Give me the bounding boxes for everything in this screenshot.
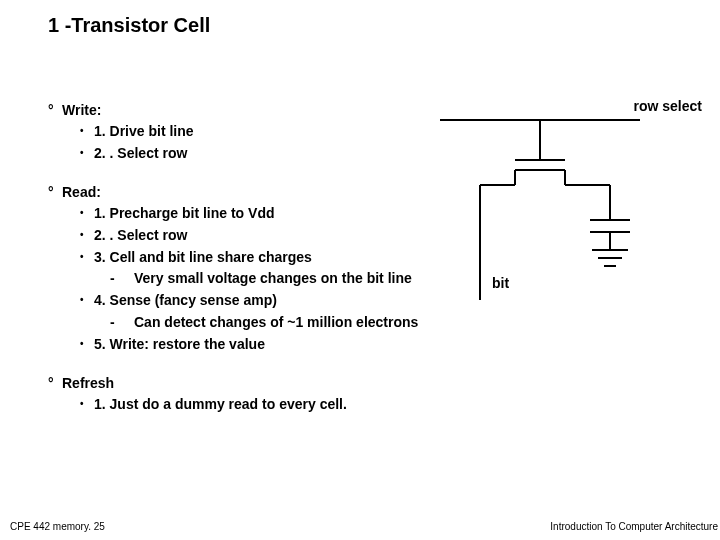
write-section: Write: 1. Drive bit line 2. . Select row [48,100,710,164]
footer-right: Introduction To Computer Architecture [550,521,718,532]
list-item: 3. Cell and bit line share charges [48,247,710,269]
list-item: 4. Sense (fancy sense amp) [48,290,710,312]
list-subitem: Very small voltage changes on the bit li… [48,268,710,290]
read-heading: Read: [48,182,710,203]
refresh-section: Refresh 1. Just do a dummy read to every… [48,373,710,416]
read-section: Read: 1. Precharge bit line to Vdd 2. . … [48,182,710,355]
refresh-heading: Refresh [48,373,710,394]
slide-title: 1 -Transistor Cell [48,14,210,37]
list-item: 2. . Select row [48,225,710,247]
footer-left: CPE 442 memory. 25 [10,521,105,532]
slide-content: Write: 1. Drive bit line 2. . Select row… [48,100,710,434]
list-item: 1. Just do a dummy read to every cell. [48,394,710,416]
list-item: 2. . Select row [48,143,710,165]
write-heading: Write: [48,100,710,121]
list-item: 1. Precharge bit line to Vdd [48,203,710,225]
list-item: 5. Write: restore the value [48,334,710,356]
list-item: 1. Drive bit line [48,121,710,143]
list-subitem: Can detect changes of ~1 million electro… [48,312,710,334]
